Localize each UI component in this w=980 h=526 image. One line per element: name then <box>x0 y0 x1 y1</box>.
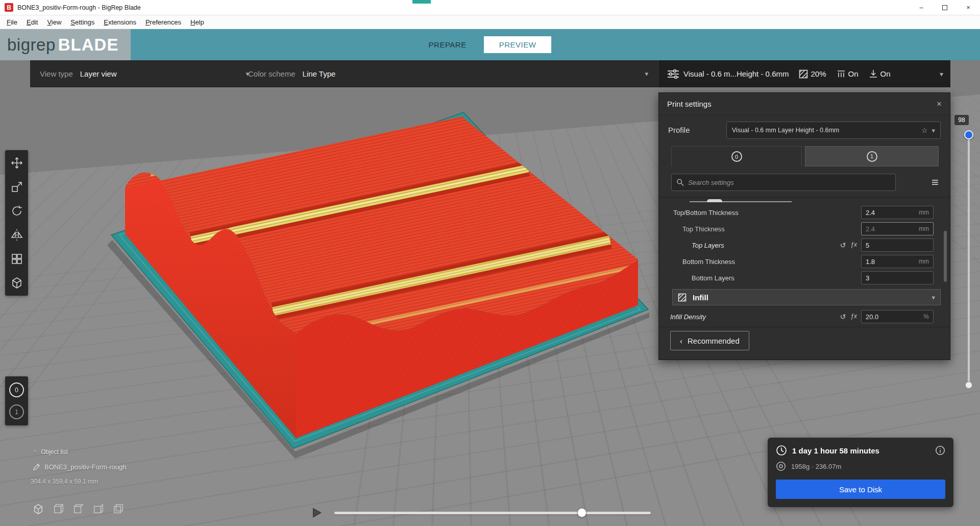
material-spool-icon <box>776 461 786 471</box>
category-infill[interactable]: Infill ▾ <box>672 289 941 305</box>
setting-unit: mm <box>919 258 929 265</box>
tab-prepare[interactable]: PREPARE <box>429 40 467 49</box>
recommended-mode-button[interactable]: ‹ Recommended <box>670 331 749 350</box>
setting-unit: mm <box>919 209 929 216</box>
clock-icon <box>776 445 787 456</box>
maximize-button[interactable] <box>933 0 957 15</box>
view-type-label: View type <box>40 69 73 78</box>
extruder-0-tab-icon: 0 <box>731 151 742 162</box>
setting-label: Top/Bottom Thickness <box>673 209 739 217</box>
setting-value: 2.4 <box>866 209 919 217</box>
maximize-icon <box>942 5 947 10</box>
chevron-down-icon: ▾ <box>932 294 935 301</box>
menu-file[interactable]: File <box>2 16 22 28</box>
menu-view[interactable]: View <box>42 16 66 28</box>
settings-menu-icon[interactable]: ≡ <box>932 175 939 190</box>
info-button[interactable] <box>935 445 945 456</box>
menu-edit[interactable]: Edit <box>22 16 42 28</box>
chevron-down-icon: ▾ <box>940 70 943 78</box>
setting-value: 3 <box>866 274 929 282</box>
setting-row-top-bottom-thickness: Top/Bottom Thickness 2.4 mm <box>659 204 945 221</box>
bigrep-logo: bigrep BLADE <box>0 29 131 60</box>
print-settings-summary-button[interactable]: Visual - 0.6 m...Height - 0.6mm 20% <box>659 60 950 87</box>
info-icon <box>935 445 945 456</box>
profile-label: Profile <box>668 126 690 134</box>
menu-preferences[interactable]: Preferences <box>141 16 186 28</box>
app-header: PREPARE PREVIEW bigrep BLADE <box>0 29 980 60</box>
menu-settings[interactable]: Settings <box>66 16 99 28</box>
setting-unit: mm <box>919 225 929 232</box>
menu-bar: File Edit View Settings Extensions Prefe… <box>0 15 980 29</box>
material-usage: 1958g · 236.07m <box>791 463 841 470</box>
viewport: View type Layer view ▾ Color scheme Line… <box>0 60 980 526</box>
setting-value-field[interactable]: 1.8 mm <box>861 255 934 268</box>
layer-slider-top-handle[interactable] <box>964 130 973 139</box>
model-3d-preview[interactable] <box>102 106 658 464</box>
play-button[interactable] <box>312 508 322 518</box>
mirror-icon <box>11 229 23 241</box>
app-icon: B <box>5 3 13 12</box>
move-tool-button[interactable] <box>9 155 24 171</box>
setting-unit: % <box>923 313 929 320</box>
sliders-icon <box>667 69 679 79</box>
setting-value-field[interactable]: 3 <box>861 271 934 284</box>
caret-up-icon: ^ <box>34 449 36 455</box>
object-list-label: Object list <box>41 448 68 456</box>
layer-slider-bottom-handle[interactable] <box>965 381 972 389</box>
transform-tools-panel <box>5 150 28 296</box>
setting-value: 2.4 <box>866 225 919 233</box>
extruder-1-button[interactable]: 1 <box>9 404 24 419</box>
revert-icon[interactable]: ↺ <box>840 313 846 321</box>
setting-value-field[interactable]: 2.4 mm <box>861 222 934 235</box>
minimize-button[interactable]: – <box>910 0 933 15</box>
layer-slider-track[interactable] <box>968 131 970 388</box>
object-name: BONE3_positiv-Form-rough <box>44 463 126 471</box>
chevron-left-icon: ‹ <box>680 337 682 345</box>
setting-value-field[interactable]: 20.0 % <box>861 310 934 323</box>
tab-extruder-1[interactable]: 1 <box>805 146 939 166</box>
window-controls: – × <box>910 0 980 15</box>
formula-icon[interactable]: ƒx <box>850 313 857 321</box>
revert-icon[interactable]: ↺ <box>840 241 846 249</box>
timeline-track[interactable] <box>334 512 651 514</box>
settings-search-box[interactable] <box>671 174 896 191</box>
app-window: B BONE3_positiv-Form-rough - BigRep Blad… <box>0 0 980 526</box>
object-list-item[interactable]: BONE3_positiv-Form-rough <box>31 463 126 471</box>
menu-extensions[interactable]: Extensions <box>99 16 141 28</box>
divider <box>659 327 950 327</box>
formula-icon[interactable]: ƒx <box>850 241 857 249</box>
view-options-toolbar: View type Layer view ▾ Color scheme Line… <box>30 60 950 87</box>
setting-label: Top Layers <box>692 242 724 249</box>
tab-preview[interactable]: PREVIEW <box>484 36 552 53</box>
setting-row-top-thickness: Top Thickness 2.4 mm <box>659 221 945 237</box>
title-bar: B BONE3_positiv-Form-rough - BigRep Blad… <box>0 0 980 15</box>
profile-dropdown[interactable]: Visual - 0.6 mm Layer Height - 0.6mm ☆ ▾ <box>726 122 941 139</box>
object-list-toggle[interactable]: ^ Object list <box>31 448 126 456</box>
search-input[interactable] <box>688 179 891 186</box>
color-scheme-dropdown[interactable]: Color scheme Line Type ▾ <box>248 69 654 78</box>
support-blocker-button[interactable] <box>9 275 24 291</box>
tab-extruder-0[interactable]: 0 <box>671 146 802 166</box>
setting-value-field[interactable]: 5 <box>861 238 934 252</box>
print-job-card: 1 day 1 hour 58 minutes 1958g · 236.07m … <box>768 438 953 507</box>
view-type-dropdown[interactable]: View type Layer view ▾ <box>40 69 249 78</box>
setting-value: 5 <box>866 242 929 249</box>
extruder-0-button[interactable]: 0 <box>9 382 24 397</box>
close-button[interactable]: × <box>957 0 980 15</box>
chevron-down-icon: ▾ <box>932 127 935 134</box>
profile-value: Visual - 0.6 mm Layer Height - 0.6mm <box>732 127 917 134</box>
rotate-tool-button[interactable] <box>9 203 24 219</box>
setting-label: Bottom Layers <box>692 274 734 282</box>
timeline-handle[interactable] <box>577 508 586 517</box>
settings-scrollbar[interactable] <box>944 231 947 282</box>
save-to-disk-button[interactable]: Save to Disk <box>776 480 945 499</box>
scale-tool-button[interactable] <box>9 179 24 195</box>
view-options-left: View type Layer view ▾ Color scheme Line… <box>30 60 659 87</box>
close-panel-button[interactable]: × <box>937 99 942 109</box>
top-edge-artifact <box>412 0 431 4</box>
per-model-settings-button[interactable] <box>9 251 24 267</box>
menu-help[interactable]: Help <box>186 16 209 28</box>
setting-value-field[interactable]: 2.4 mm <box>861 206 934 219</box>
minimize-icon: – <box>919 4 923 11</box>
mirror-tool-button[interactable] <box>9 227 24 243</box>
